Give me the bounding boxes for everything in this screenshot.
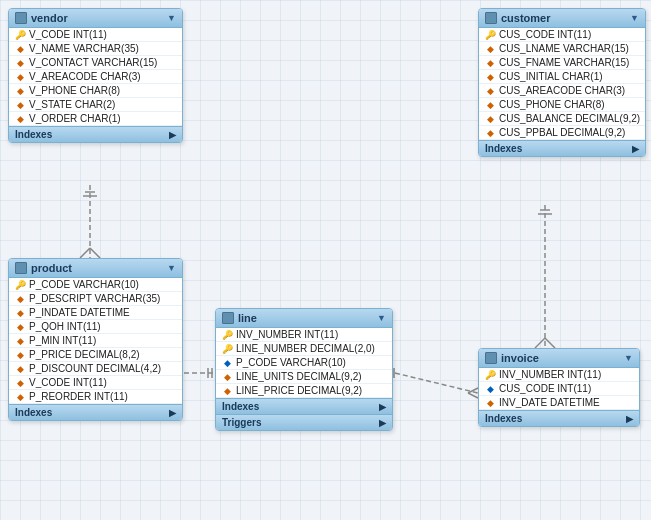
product-dropdown[interactable]: ▼ xyxy=(167,263,176,273)
table-row: 🔑 P_CODE VARCHAR(10) xyxy=(9,278,182,292)
field-text: V_PHONE CHAR(8) xyxy=(29,85,120,96)
customer-header[interactable]: customer ▼ xyxy=(479,9,645,28)
field-text: LINE_NUMBER DECIMAL(2,0) xyxy=(236,343,375,354)
key-icon: 🔑 xyxy=(485,370,495,380)
field-text: CUS_LNAME VARCHAR(15) xyxy=(499,43,629,54)
field-text: LINE_PRICE DECIMAL(9,2) xyxy=(236,385,362,396)
table-row: ◆ LINE_UNITS DECIMAL(9,2) xyxy=(216,370,392,384)
line-header[interactable]: line ▼ xyxy=(216,309,392,328)
field-text: CUS_CODE INT(11) xyxy=(499,29,591,40)
table-row: ◆ CUS_AREACODE CHAR(3) xyxy=(479,84,645,98)
table-row: ◆ V_CODE INT(11) xyxy=(9,376,182,390)
field-text: P_DISCOUNT DECIMAL(4,2) xyxy=(29,363,161,374)
line-footer-indexes[interactable]: Indexes ▶ xyxy=(216,398,392,414)
customer-title: customer xyxy=(501,12,551,24)
line-footer-arrow2: ▶ xyxy=(379,418,386,428)
field-text: CUS_INITIAL CHAR(1) xyxy=(499,71,603,82)
field-text: CUS_PHONE CHAR(8) xyxy=(499,99,605,110)
invoice-header[interactable]: invoice ▼ xyxy=(479,349,639,368)
svg-line-3 xyxy=(80,248,90,258)
table-row: ◆ CUS_PPBAL DECIMAL(9,2) xyxy=(479,126,645,140)
table-row: 🔑 V_CODE INT(11) xyxy=(9,28,182,42)
invoice-dropdown[interactable]: ▼ xyxy=(624,353,633,363)
diamond-icon: ◆ xyxy=(15,100,25,110)
diamond-icon: ◆ xyxy=(15,114,25,124)
table-row: ◆ CUS_CODE INT(11) xyxy=(479,382,639,396)
line-footer-triggers[interactable]: Triggers ▶ xyxy=(216,414,392,430)
product-table-icon xyxy=(15,262,27,274)
table-row: ◆ V_AREACODE CHAR(3) xyxy=(9,70,182,84)
field-text: V_CODE INT(11) xyxy=(29,29,107,40)
table-row: ◆ CUS_BALANCE DECIMAL(9,2) xyxy=(479,112,645,126)
diamond-icon: ◆ xyxy=(15,72,25,82)
vendor-footer[interactable]: Indexes ▶ xyxy=(9,126,182,142)
diamond-icon: ◆ xyxy=(222,386,232,396)
table-row: ◆ P_PRICE DECIMAL(8,2) xyxy=(9,348,182,362)
vendor-header[interactable]: vendor ▼ xyxy=(9,9,182,28)
table-row: ◆ P_CODE VARCHAR(10) xyxy=(216,356,392,370)
field-text: CUS_AREACODE CHAR(3) xyxy=(499,85,625,96)
line-table: line ▼ 🔑 INV_NUMBER INT(11) 🔑 LINE_NUMBE… xyxy=(215,308,393,431)
invoice-title: invoice xyxy=(501,352,539,364)
diamond-icon: ◆ xyxy=(222,372,232,382)
product-header[interactable]: product ▼ xyxy=(9,259,182,278)
field-text: P_REORDER INT(11) xyxy=(29,391,128,402)
vendor-dropdown[interactable]: ▼ xyxy=(167,13,176,23)
diamond-icon: ◆ xyxy=(485,398,495,408)
invoice-footer[interactable]: Indexes ▶ xyxy=(479,410,639,426)
line-dropdown[interactable]: ▼ xyxy=(377,313,386,323)
key-icon: 🔑 xyxy=(485,30,495,40)
table-row: ◆ LINE_PRICE DECIMAL(9,2) xyxy=(216,384,392,398)
customer-table-icon xyxy=(485,12,497,24)
table-row: ◆ CUS_INITIAL CHAR(1) xyxy=(479,70,645,84)
table-row: ◆ P_MIN INT(11) xyxy=(9,334,182,348)
line-indexes-label: Indexes xyxy=(222,401,259,412)
product-table: product ▼ 🔑 P_CODE VARCHAR(10) ◆ P_DESCR… xyxy=(8,258,183,421)
product-indexes-label: Indexes xyxy=(15,407,52,418)
key-icon: 🔑 xyxy=(15,30,25,40)
field-text: CUS_PPBAL DECIMAL(9,2) xyxy=(499,127,625,138)
diamond-icon: ◆ xyxy=(485,100,495,110)
field-text: P_PRICE DECIMAL(8,2) xyxy=(29,349,140,360)
invoice-indexes-label: Indexes xyxy=(485,413,522,424)
line-footer-arrow1: ▶ xyxy=(379,402,386,412)
table-row: ◆ P_DESCRIPT VARCHAR(35) xyxy=(9,292,182,306)
field-text: P_QOH INT(11) xyxy=(29,321,101,332)
diamond-icon: ◆ xyxy=(485,128,495,138)
line-title: line xyxy=(238,312,257,324)
field-text: V_CODE INT(11) xyxy=(29,377,107,388)
key-icon: 🔑 xyxy=(222,330,232,340)
vendor-table-icon xyxy=(15,12,27,24)
field-text: P_MIN INT(11) xyxy=(29,335,96,346)
table-row: 🔑 INV_NUMBER INT(11) xyxy=(479,368,639,382)
diamond-icon: ◆ xyxy=(15,308,25,318)
customer-footer[interactable]: Indexes ▶ xyxy=(479,140,645,156)
diamond-icon: ◆ xyxy=(15,364,25,374)
product-footer-arrow: ▶ xyxy=(169,408,176,418)
field-text: CUS_FNAME VARCHAR(15) xyxy=(499,57,629,68)
customer-indexes-label: Indexes xyxy=(485,143,522,154)
table-row: ◆ CUS_PHONE CHAR(8) xyxy=(479,98,645,112)
diamond-icon: ◆ xyxy=(222,358,232,368)
invoice-table-icon xyxy=(485,352,497,364)
diamond-icon: ◆ xyxy=(15,44,25,54)
field-text: P_INDATE DATETIME xyxy=(29,307,130,318)
vendor-indexes-label: Indexes xyxy=(15,129,52,140)
diamond-icon: ◆ xyxy=(15,336,25,346)
invoice-table: invoice ▼ 🔑 INV_NUMBER INT(11) ◆ CUS_COD… xyxy=(478,348,640,427)
table-row: 🔑 INV_NUMBER INT(11) xyxy=(216,328,392,342)
diamond-icon: ◆ xyxy=(485,86,495,96)
diamond-icon: ◆ xyxy=(15,322,25,332)
diamond-icon: ◆ xyxy=(15,58,25,68)
diamond-icon: ◆ xyxy=(485,114,495,124)
table-row: 🔑 LINE_NUMBER DECIMAL(2,0) xyxy=(216,342,392,356)
customer-dropdown[interactable]: ▼ xyxy=(630,13,639,23)
svg-line-11 xyxy=(395,373,478,393)
table-row: ◆ P_INDATE DATETIME xyxy=(9,306,182,320)
field-text: P_DESCRIPT VARCHAR(35) xyxy=(29,293,160,304)
product-footer[interactable]: Indexes ▶ xyxy=(9,404,182,420)
svg-line-14 xyxy=(468,388,478,393)
field-text: INV_NUMBER INT(11) xyxy=(499,369,601,380)
diamond-icon: ◆ xyxy=(15,86,25,96)
svg-line-20 xyxy=(545,338,555,348)
